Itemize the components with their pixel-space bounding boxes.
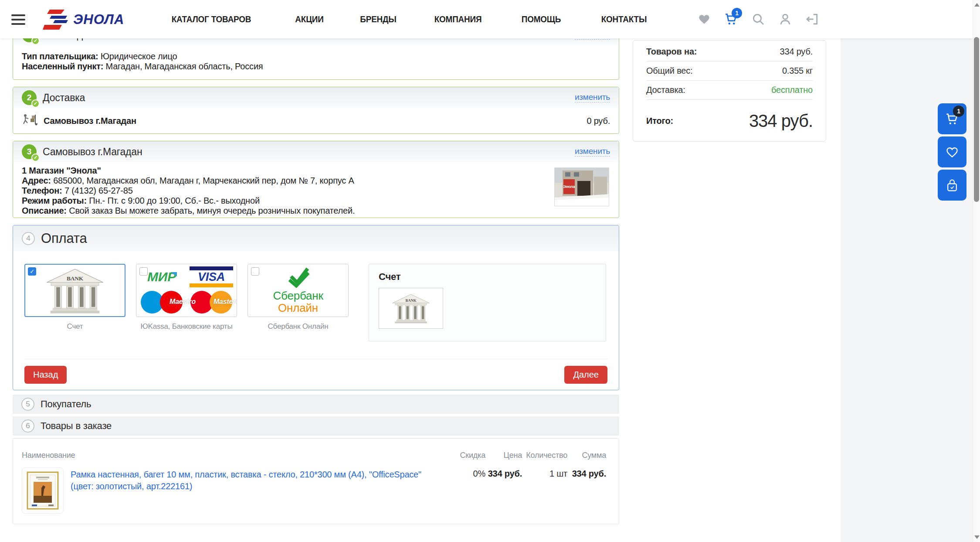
maestro-logo: Maestro xyxy=(141,290,183,314)
phone-value: 7 (4132) 65-27-85 xyxy=(64,186,133,195)
payment-option-cards[interactable]: МИР VISA Maestro xyxy=(136,264,237,331)
hours-label: Режим работы: xyxy=(22,196,87,205)
scroll-down-arrow-icon[interactable] xyxy=(974,535,980,539)
city-line: Населенный пункт: Магадан, Магаданская о… xyxy=(22,61,610,72)
sber-card[interactable]: Сбербанк Онлайн xyxy=(248,264,349,317)
selected-payment-title: Счет xyxy=(379,271,596,283)
city-label: Населенный пункт: xyxy=(22,61,103,71)
selected-payment-panel: Счет BANK xyxy=(369,264,606,341)
change-delivery-link[interactable]: изменить xyxy=(575,93,610,102)
back-button[interactable]: Назад xyxy=(24,366,67,384)
desc-label: Описание: xyxy=(22,206,67,215)
search-button[interactable] xyxy=(750,11,766,27)
card-brands: МИР VISA Maestro xyxy=(139,266,234,314)
checkout-steps: 1 ✓ Регион доставки изменить Тип платель… xyxy=(13,24,619,524)
bank-building-icon: BANK xyxy=(42,266,108,314)
floating-favorites-button[interactable] xyxy=(938,136,966,167)
invoice-checkbox[interactable]: ✓ xyxy=(28,267,36,276)
section-customer-header[interactable]: 5 Покупатель xyxy=(13,395,619,414)
account-button[interactable] xyxy=(777,11,793,27)
frame-product-image xyxy=(27,471,59,510)
heart-icon xyxy=(697,12,711,26)
delivery-method-price: 0 руб. xyxy=(587,115,610,126)
product-name-link[interactable]: Рамка настенная, багет 10 мм, пластик, в… xyxy=(71,467,437,492)
product-sum: 334 руб. xyxy=(567,467,606,479)
payer-type-label: Тип плательщика: xyxy=(22,51,98,61)
hours-value: Пн.- Пт. с 9:00 до 19:00, Сб.- Вс.- выхо… xyxy=(89,196,260,205)
phone-label: Телефон: xyxy=(22,186,62,195)
section-payment-title: Оплата xyxy=(41,231,87,246)
order-items-table: Наименование Скидка Цена Количество Сумм… xyxy=(13,438,619,524)
column-discount: Скидка xyxy=(437,451,485,460)
sberbank-emblem-icon xyxy=(287,267,309,288)
column-price: Цена xyxy=(485,451,522,460)
product-thumbnail[interactable] xyxy=(22,467,64,514)
floating-secure-button[interactable] xyxy=(938,170,966,201)
summary-weight-value: 0.355 кг xyxy=(782,66,813,76)
check-icon: ✓ xyxy=(31,99,40,108)
product-discount: 0% xyxy=(437,467,485,479)
nav-company[interactable]: КОМПАНИЯ xyxy=(434,14,482,24)
city-value: Магадан, Магаданская область, Россия xyxy=(105,61,263,71)
menu-button[interactable] xyxy=(11,14,25,25)
step-6-number: 6 xyxy=(26,422,30,430)
step-5-badge: 5 xyxy=(21,398,34,411)
logout-button[interactable] xyxy=(804,11,820,27)
order-summary-card: Товаров на: 334 руб. Общий вес: 0.355 кг… xyxy=(633,40,826,142)
site-logo[interactable]: ЭНОЛА xyxy=(42,9,124,31)
nav-help[interactable]: ПОМОЩЬ xyxy=(522,14,561,24)
floating-cart-badge: 1 xyxy=(953,106,964,117)
favorites-button[interactable] xyxy=(696,11,712,27)
bank-label: BANK xyxy=(67,275,84,282)
search-icon xyxy=(751,12,765,26)
section-delivery-title: Доставка xyxy=(43,92,85,104)
sber-checkbox[interactable] xyxy=(251,267,259,276)
store-sign-text: Энола xyxy=(563,184,576,189)
change-pickup-link[interactable]: изменить xyxy=(575,147,610,157)
payment-body: ✓ BANK xyxy=(13,251,619,390)
invoice-card[interactable]: BANK xyxy=(24,264,125,317)
nav-catalog[interactable]: КАТАЛОГ ТОВАРОВ xyxy=(172,14,251,24)
mir-logo: МИР xyxy=(147,269,176,284)
store-info: 1 Магазин "Энола" Адрес: 685000, Магадан… xyxy=(13,162,619,218)
checkout-page: 1 ✓ Регион доставки изменить Тип платель… xyxy=(0,0,980,542)
table-header-row: Наименование Скидка Цена Количество Сумм… xyxy=(22,451,606,460)
cards-card[interactable]: МИР VISA Maestro xyxy=(136,264,237,317)
store-phone-line: Телефон: 7 (4132) 65-27-85 xyxy=(22,186,610,196)
summary-delivery-value: бесплатно xyxy=(771,85,813,95)
payer-type-line: Тип плательщика: Юридическое лицо xyxy=(22,51,610,61)
summary-total-value: 334 руб. xyxy=(749,111,813,131)
section-pickup-header: 3 ✓ Самовывоз г.Магадан изменить xyxy=(13,141,619,162)
section-delivery-header: 2 ✓ Доставка изменить xyxy=(13,87,619,108)
window-scrollbar[interactable] xyxy=(973,0,980,542)
section-pickup: 3 ✓ Самовывоз г.Магадан изменить 1 Магаз… xyxy=(13,141,619,218)
logout-icon xyxy=(805,12,819,26)
summary-items-label: Товаров на: xyxy=(646,47,697,57)
cards-checkbox[interactable] xyxy=(139,267,148,276)
floating-buttons: 1 xyxy=(938,103,966,203)
scroll-up-arrow-icon[interactable] xyxy=(974,3,980,7)
summary-delivery-row: Доставка: бесплатно xyxy=(646,81,813,100)
nav-contacts[interactable]: КОНТАКТЫ xyxy=(601,14,647,24)
nav-sales[interactable]: АКЦИИ xyxy=(295,14,323,24)
payment-option-sber[interactable]: Сбербанк Онлайн Сбербанк Онлайн xyxy=(248,264,349,331)
section-items-title: Товары в заказе xyxy=(41,420,112,432)
floating-cart-button[interactable]: 1 xyxy=(938,103,966,134)
bank-label: BANK xyxy=(406,298,417,303)
scrollbar-thumb[interactable] xyxy=(974,37,979,202)
nav-brands[interactable]: БРЕНДЫ xyxy=(360,14,396,24)
step-4-badge: 4 xyxy=(22,232,35,245)
logo-text: ЭНОЛА xyxy=(73,12,124,27)
logo-mark-icon xyxy=(42,9,70,31)
section-pickup-title: Самовывоз г.Магадан xyxy=(43,146,142,158)
summary-total-row: Итого: 334 руб. xyxy=(646,100,813,141)
summary-delivery-label: Доставка: xyxy=(646,85,685,95)
section-items-header[interactable]: 6 Товары в заказе xyxy=(13,416,619,436)
next-button[interactable]: Далее xyxy=(564,366,607,384)
pickup-courier-icon xyxy=(22,113,38,128)
cart-button[interactable]: 1 xyxy=(723,11,739,27)
desc-value: Свой заказ Вы можете забрать, минуя очер… xyxy=(69,206,355,215)
step-2-badge: 2 ✓ xyxy=(22,90,37,105)
section-customer-title: Покупатель xyxy=(41,399,91,410)
payment-option-invoice[interactable]: ✓ BANK xyxy=(24,264,125,331)
